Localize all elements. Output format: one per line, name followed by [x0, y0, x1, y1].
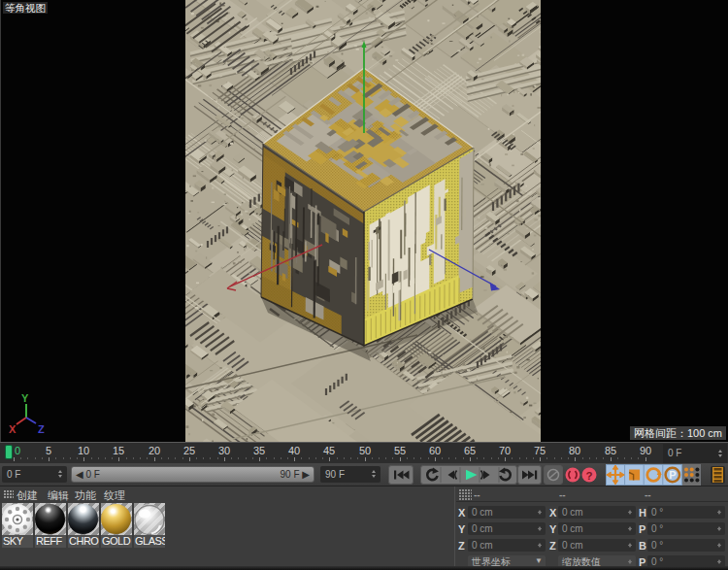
svg-text:?: ? — [585, 470, 592, 482]
svg-text:X: X — [9, 423, 17, 435]
svg-text:P: P — [669, 469, 676, 481]
svg-text:Z: Z — [38, 423, 45, 435]
svg-text:Y: Y — [21, 392, 29, 404]
